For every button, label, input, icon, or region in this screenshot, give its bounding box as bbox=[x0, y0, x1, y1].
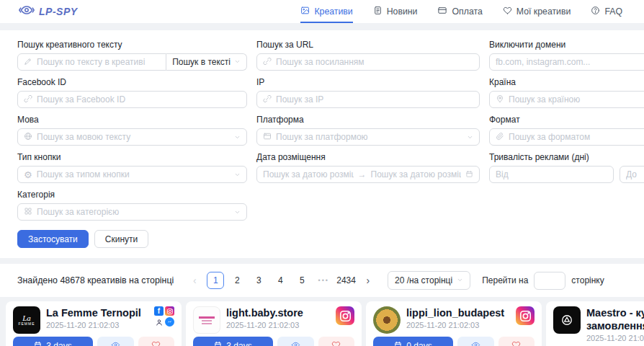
favorite-button[interactable] bbox=[138, 337, 174, 346]
days-active-button[interactable]: 3 days bbox=[193, 337, 273, 346]
page-button-2[interactable]: 2 bbox=[228, 272, 246, 289]
platform-input[interactable] bbox=[276, 129, 462, 145]
avatar: La FEMME bbox=[13, 306, 40, 334]
nav-label: Новини bbox=[387, 6, 418, 17]
filter-country: Країна bbox=[489, 77, 644, 108]
country-input[interactable] bbox=[509, 92, 644, 107]
duration-from-input[interactable] bbox=[496, 167, 607, 182]
brand-logo[interactable]: LP-SPY bbox=[19, 4, 78, 19]
nav-tab-my-creatives[interactable]: Мої креативи bbox=[503, 0, 571, 23]
location-pin-icon bbox=[496, 93, 504, 106]
goto-prefix-label: Перейти на bbox=[482, 275, 528, 285]
next-page-button[interactable]: › bbox=[360, 272, 376, 289]
format-input[interactable] bbox=[509, 129, 644, 145]
chevron-down-icon bbox=[457, 275, 463, 285]
exclude-domains-input[interactable] bbox=[496, 54, 644, 70]
page-button-last[interactable]: 2434 bbox=[336, 272, 356, 289]
prev-page-button[interactable]: ‹ bbox=[187, 272, 202, 289]
avatar-text: FEMME bbox=[18, 321, 35, 326]
calendar-icon bbox=[465, 168, 473, 181]
app-root: LP-SPY Креативи Новини bbox=[0, 0, 644, 346]
favorite-button[interactable] bbox=[318, 337, 354, 346]
filter-platform: Платформа bbox=[256, 115, 480, 146]
nav-tab-faq[interactable]: FAQ bbox=[591, 0, 622, 23]
apply-button[interactable]: Застосувати bbox=[17, 230, 89, 248]
field-label: Пошук за URL bbox=[256, 40, 480, 50]
instagram-icon bbox=[336, 306, 354, 325]
goto-page: Перейти на сторінку bbox=[482, 272, 604, 290]
nav-tab-payment[interactable]: Оплата bbox=[437, 0, 482, 23]
page-size-select[interactable]: 20 /на сторінці bbox=[388, 271, 470, 290]
date-from-input[interactable] bbox=[263, 167, 354, 182]
field-label: Тип кнопки bbox=[17, 152, 247, 162]
filter-format: Формат bbox=[489, 115, 644, 146]
nav-tab-creatives[interactable]: Креативи bbox=[300, 0, 352, 23]
creative-card: lippi_lion_budapest 2025-11-20 21:02:03 … bbox=[366, 301, 542, 346]
page-button-3[interactable]: 3 bbox=[250, 272, 267, 289]
instagram-icon bbox=[516, 306, 535, 325]
goto-page-input[interactable] bbox=[534, 272, 565, 290]
search-mode-select[interactable]: Пошук в тексті bbox=[166, 53, 247, 71]
days-active-button[interactable]: 3 days bbox=[13, 337, 93, 346]
instagram-icon bbox=[165, 306, 174, 316]
views-button[interactable] bbox=[97, 337, 133, 346]
views-button[interactable] bbox=[277, 337, 313, 346]
calendar-icon bbox=[214, 341, 222, 346]
date-to-input[interactable] bbox=[371, 167, 462, 182]
pagination-bar: Знайдено 48678 креативів на сторінці ‹ 1… bbox=[0, 264, 644, 297]
advertiser-name: Maestro - кухні, меблі на замовлення в У… bbox=[586, 306, 644, 332]
creatives-grid: La FEMME La Femme Ternopil 2025-11-20 21… bbox=[0, 297, 644, 346]
button-type-select[interactable]: ⚙ bbox=[17, 166, 247, 183]
field-label: Категорія bbox=[17, 190, 247, 200]
translate-icon bbox=[24, 130, 32, 143]
pager-ellipsis[interactable]: ••• bbox=[315, 277, 332, 284]
nav-tab-news[interactable]: Новини bbox=[373, 0, 418, 23]
field-label: Країна bbox=[489, 77, 644, 87]
heart-icon bbox=[511, 340, 521, 346]
filter-placement-date: Дата розміщення → bbox=[256, 152, 480, 183]
creative-text-input[interactable] bbox=[37, 54, 160, 70]
page-button-5[interactable]: 5 bbox=[293, 272, 310, 289]
creative-date: 2025-11-20 21:02:03 bbox=[406, 321, 510, 329]
page-button-4[interactable]: 4 bbox=[272, 272, 289, 289]
duration-to-input[interactable] bbox=[626, 167, 644, 182]
views-button[interactable] bbox=[457, 337, 493, 346]
field-label: Формат bbox=[489, 115, 644, 125]
nav-label: Мої креативи bbox=[516, 6, 571, 17]
search-mode-value: Пошук в тексті bbox=[172, 57, 231, 67]
nav-label: Оплата bbox=[452, 6, 482, 17]
button-type-input[interactable] bbox=[37, 167, 230, 182]
favorite-button[interactable] bbox=[498, 337, 535, 346]
field-label: IP bbox=[256, 77, 480, 87]
filter-facebook-id: Facebook ID bbox=[17, 77, 247, 108]
avatar-logo bbox=[202, 323, 212, 324]
language-input[interactable] bbox=[37, 129, 230, 145]
avatar-logo bbox=[199, 316, 215, 319]
page-size-value: 20 /на сторінці bbox=[395, 275, 452, 285]
avatar bbox=[373, 306, 401, 334]
reset-button[interactable]: Скинути bbox=[94, 230, 148, 248]
advertiser-name: lippi_lion_budapest bbox=[406, 306, 510, 319]
ip-input[interactable] bbox=[276, 92, 473, 107]
facebook-id-input[interactable] bbox=[37, 92, 241, 107]
url-input[interactable] bbox=[276, 54, 473, 70]
filter-duration: Тривалість реклами (дні) bbox=[489, 152, 644, 183]
creative-card: La FEMME La Femme Ternopil 2025-11-20 21… bbox=[6, 301, 182, 346]
category-select[interactable] bbox=[17, 203, 247, 221]
top-header: LP-SPY Креативи Новини bbox=[0, 0, 644, 23]
pencil-icon bbox=[24, 56, 32, 68]
calendar-icon bbox=[394, 341, 402, 346]
days-active-button[interactable]: 0 days bbox=[373, 337, 453, 346]
heart-icon bbox=[151, 340, 161, 346]
filter-ip: IP bbox=[256, 77, 480, 108]
eye-icon bbox=[471, 340, 480, 346]
date-range-picker[interactable]: → bbox=[256, 166, 480, 183]
avatar bbox=[553, 306, 581, 334]
category-input[interactable] bbox=[37, 204, 230, 220]
platform-icons: f bbox=[154, 306, 174, 334]
language-select[interactable] bbox=[17, 128, 247, 146]
creative-date: 2025-11-20 21:02:03 bbox=[586, 334, 644, 342]
platform-select[interactable] bbox=[256, 128, 480, 146]
main-nav: Креативи Новини Оплата bbox=[300, 0, 622, 23]
page-button-1[interactable]: 1 bbox=[207, 272, 224, 289]
